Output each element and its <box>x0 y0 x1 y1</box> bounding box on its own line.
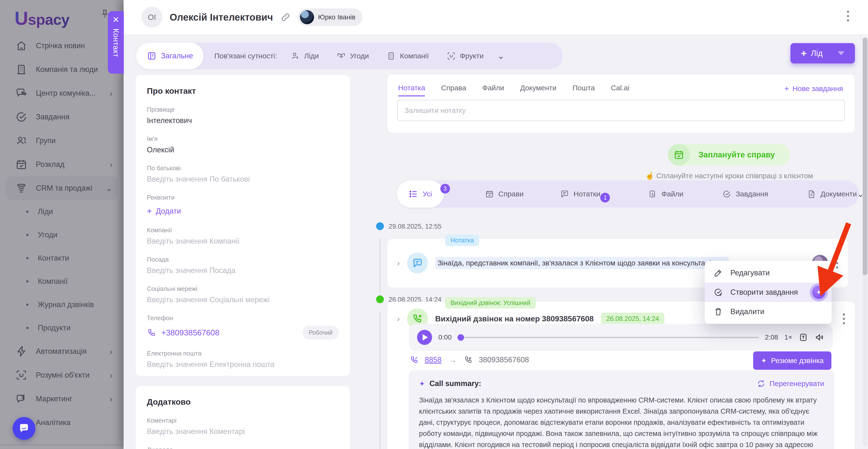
paperclip-icon <box>648 189 657 199</box>
call-from-number[interactable]: 8858 <box>425 355 441 364</box>
additional-card: Додатково Коментарі Введіть значення Ком… <box>136 386 350 449</box>
sparkle-icon: ✦ <box>419 380 425 388</box>
tab-label: Ліди <box>304 52 319 60</box>
field-label: Посада <box>147 256 339 263</box>
duration: 2:08 <box>765 333 778 341</box>
note-input[interactable]: Залишити нотатку <box>397 100 845 121</box>
modal-dim-overlay[interactable] <box>0 0 124 449</box>
filter-all[interactable]: Усі 3 <box>397 181 444 207</box>
copy-link-icon[interactable] <box>280 12 291 23</box>
field-placeholder-position[interactable]: Введіть значення Посада <box>147 266 339 275</box>
menu-item-edit[interactable]: Редагувати <box>705 263 832 283</box>
drawer-tab-label: Контакт <box>112 29 120 57</box>
menu-item-label: Редагувати <box>731 268 770 277</box>
check-plus-icon <box>713 287 723 297</box>
call-more-menu[interactable] <box>843 313 845 324</box>
expand-chevron-icon[interactable]: › <box>397 314 400 323</box>
field-label: Компанії <box>147 226 339 234</box>
list-icon <box>408 189 418 199</box>
filter-tasks[interactable]: Завдання <box>722 189 768 199</box>
seek-bar[interactable] <box>458 337 759 338</box>
owner-avatar <box>300 10 314 24</box>
field-placeholder-email[interactable]: Введіть значення Електронна пошта <box>147 360 339 369</box>
plus-icon: + <box>147 206 152 216</box>
playback-rate[interactable]: 1× <box>784 333 792 341</box>
field-label: Соціальні мережі <box>147 285 339 293</box>
dropdown-caret-icon[interactable] <box>838 51 844 55</box>
drawer-tab-contact[interactable]: ✕ Контакт <box>108 11 124 74</box>
summary-text: Зінаїда зв'язалася з Клієнтом щодо консу… <box>419 394 824 449</box>
play-button[interactable] <box>417 330 432 345</box>
audio-player: 0:00 2:08 1× <box>409 324 833 351</box>
plan-activity-button[interactable]: Заплануйте справу <box>668 144 790 166</box>
phone-number-link[interactable]: +380938567608 <box>161 328 220 338</box>
expand-chevron-icon[interactable]: › <box>397 259 400 267</box>
owner-chip[interactable]: Юрко Іванів <box>298 8 362 26</box>
add-requisites-button[interactable]: + Додати <box>147 206 339 216</box>
about-contact-card: Про контакт Прізвище Інтелектович Ім'я О… <box>136 75 350 376</box>
tab-deals[interactable]: Угоди <box>336 51 369 61</box>
add-requisites-label: Додати <box>156 207 181 216</box>
composer-tab-note[interactable]: Нотатка <box>398 84 425 92</box>
call-title[interactable]: Вихідний дзвінок на номер 380938567608 <box>435 314 594 323</box>
regenerate-button[interactable]: Перегенерувати <box>756 379 824 388</box>
filter-notes[interactable]: Нотатки 1 <box>560 189 600 199</box>
tab-general[interactable]: Загальне <box>136 43 204 69</box>
field-label: Електронна пошта <box>147 350 339 357</box>
note-type-badge: Нотатка <box>445 235 479 246</box>
filter-activities[interactable]: Справи <box>485 189 524 199</box>
composer-tab-calai[interactable]: Cal.ai <box>611 84 629 92</box>
company-icon <box>386 51 396 61</box>
count-badge: 3 <box>440 184 450 193</box>
composer-tab-activity[interactable]: Справа <box>441 84 466 92</box>
note-text[interactable]: Зінаїда, представник компанії, зв'язалас… <box>435 257 729 269</box>
note-input-placeholder: Залишити нотатку <box>404 106 466 115</box>
field-value-firstname[interactable]: Олексій <box>147 146 339 154</box>
field-placeholder-comments[interactable]: Введіть значення Коментарі <box>147 427 339 436</box>
add-lead-button[interactable]: + Лід <box>790 43 855 63</box>
plus-icon: + <box>801 48 806 59</box>
menu-item-delete[interactable]: Видалити <box>705 302 832 321</box>
sparkle-icon: ✦ <box>761 357 767 365</box>
menu-item-create-task[interactable]: Створити завдання ✦ <box>705 283 832 302</box>
filter-label: Справи <box>498 190 524 198</box>
note-context-menu: Редагувати Створити завдання ✦ Видалити <box>705 261 832 324</box>
note-bubble-icon <box>560 189 569 199</box>
plus-icon: + <box>784 84 789 93</box>
tab-label: Угоди <box>350 52 369 60</box>
field-label: Джерело <box>147 446 339 449</box>
note-more-menu[interactable] <box>836 258 838 268</box>
tabs-overflow-chevron-icon[interactable]: ⌄ <box>497 51 504 61</box>
field-placeholder-companies[interactable]: Введіть значення Компанії <box>147 237 339 246</box>
calendar-icon <box>485 189 494 199</box>
transcript-icon[interactable] <box>799 332 808 342</box>
new-task-button[interactable]: + Нове завдання <box>784 84 843 93</box>
menu-item-label: Видалити <box>731 307 764 316</box>
support-chat-button[interactable] <box>12 417 35 440</box>
field-value-lastname[interactable]: Інтелектович <box>147 116 339 125</box>
filter-documents[interactable]: Документи <box>807 189 857 199</box>
field-placeholder-social[interactable]: Введіть значення Соціальні мережі <box>147 295 339 304</box>
regenerate-label: Перегенерувати <box>770 380 824 388</box>
composer-tab-documents[interactable]: Документи <box>520 84 556 92</box>
composer-tab-mail[interactable]: Пошта <box>572 84 595 92</box>
field-placeholder-middlename[interactable]: Введіть значення По батькові <box>147 175 339 184</box>
scrollbar-thumb[interactable] <box>863 38 868 275</box>
tab-fruits[interactable]: Фрукти <box>446 51 484 61</box>
field-label: Ім'я <box>147 135 339 142</box>
filter-files[interactable]: Файли <box>648 189 683 199</box>
timeline-connector <box>379 238 380 303</box>
volume-icon[interactable] <box>814 332 825 343</box>
smart-object-icon <box>446 51 456 61</box>
seek-thumb[interactable] <box>458 334 464 341</box>
tab-companies[interactable]: Компанії <box>386 51 429 61</box>
page-title: Олексій Інтелектович <box>169 12 273 23</box>
close-icon[interactable]: ✕ <box>113 15 120 24</box>
tab-leads[interactable]: Ліди <box>290 51 319 61</box>
composer-tab-files[interactable]: Файли <box>482 84 504 92</box>
ai-create-task-button[interactable]: ✦ <box>812 286 825 299</box>
lead-person-icon <box>290 51 300 61</box>
header-more-menu[interactable] <box>847 11 849 22</box>
summary-title: Call summary: <box>429 379 481 388</box>
call-summary-button[interactable]: ✦ Резюме дзвінка <box>753 351 831 370</box>
